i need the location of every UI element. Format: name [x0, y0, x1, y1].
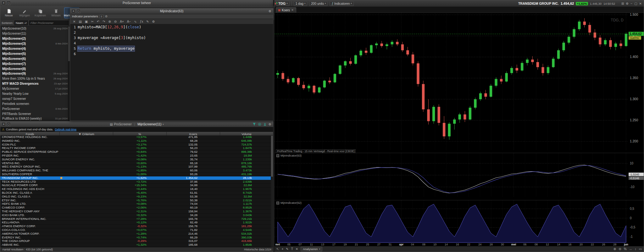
table-row[interactable]: WILLIAMS COMPANIES INC. THE+1,85%60,063.…	[0, 169, 273, 173]
checkbox-icon[interactable]	[276, 202, 279, 204]
table-row[interactable]: ICICI BANK LTD.+0,32%34,283.043k	[0, 214, 273, 217]
screener-item[interactable]: MTF MACD Divergences23-apr-2024	[0, 81, 70, 86]
tab-koers[interactable]: Koers ✕	[276, 7, 296, 13]
filter-input[interactable]	[29, 20, 69, 25]
table-row[interactable]: HDFC BANK LTD.+0,08%74,041.117k	[0, 202, 273, 206]
download-icon[interactable]	[263, 123, 267, 126]
grid-layout-icon[interactable]: ⊞	[621, 2, 624, 5]
realtime-link[interactable]: Gebruik real-time	[55, 128, 76, 131]
table-row[interactable]: ICON PLC+3,17%132,05724,57k	[0, 143, 273, 147]
minimize-icon[interactable]: −	[630, 2, 632, 5]
table-row[interactable]: EVERGY INC.+0,74%66,29390,03k	[0, 236, 273, 240]
table-row[interactable]: CROWDSTRIKE HOLDINGS INC.+3,57%471,851.4…	[0, 135, 273, 139]
table-row[interactable]: BLOCK INC. CLASS A+5,40%61,918.742k	[0, 191, 273, 195]
restore-icon[interactable]: ▢	[7, 122, 11, 126]
table-row[interactable]: INSMED INC.+1,11%68,28646,08k	[0, 139, 273, 143]
table-row[interactable]: PFIZER INC.+1,42%23,6518,5M	[0, 154, 273, 158]
font-decrease-icon[interactable]: A−	[125, 20, 133, 23]
target-icon[interactable]	[258, 123, 261, 126]
table-row[interactable]: VENTAS INC.+0,60%65,18878,16k	[0, 162, 273, 165]
maximize-icon[interactable]: ▢	[634, 2, 637, 5]
indicator2-chart[interactable]: 0,50-0,5-1	[275, 200, 644, 243]
screener-item[interactable]: MijnScreener(3)8-feb-2024	[0, 41, 70, 46]
table-row[interactable]: CAMECO CORP.+2,06%60,198.852k	[0, 206, 273, 210]
fullscreen-icon[interactable]: ▭	[639, 247, 642, 251]
save-icon[interactable]: ▤	[77, 20, 83, 23]
vertical-zoom-icon[interactable]: ↕	[635, 247, 636, 251]
screener-item[interactable]: MijnScreener(4)	[0, 46, 70, 51]
zoom-out-icon[interactable]: ⊖	[619, 247, 621, 251]
indicator1-chart[interactable]: 10-10-1,0240-0,5146	[275, 153, 644, 197]
table-row[interactable]: PUBLIC SERVICE ENTERPRISE GROUP+0,84%79,…	[0, 150, 273, 154]
table-row[interactable]: NUSCALE POWER CORP.+15,34%34,8822,6M	[0, 184, 273, 187]
table-row[interactable]: BRINKER INTERNATIONAL INC.+7,28%165,7872…	[0, 217, 273, 221]
crosshair-icon[interactable]: +	[281, 247, 283, 251]
timeframe-selector[interactable]: 1 dag ▾	[294, 1, 308, 6]
code-area[interactable]: 1myhisto=MACD[12,26,9](close)23myaverage…	[70, 24, 273, 121]
function-icon[interactable]: ƒx	[138, 20, 145, 23]
close-icon[interactable]: ✕	[71, 20, 77, 23]
price-chart[interactable]: 1.5001.4501.4001.3501.3001.2501.2001.454…	[275, 12, 644, 151]
indicator2-label[interactable]: MijnIndicator(62)	[276, 201, 302, 204]
table-scrollbar[interactable]	[271, 135, 273, 247]
screener-item[interactable]: MijnScreener(5)	[0, 51, 70, 56]
table-row[interactable]: KELLANOVA+0,12%82,491.922k	[0, 221, 273, 225]
font-increase-icon[interactable]: A+	[118, 20, 125, 23]
screener-item[interactable]: PRTBands Screener	[0, 111, 70, 116]
table-row[interactable]: AMERICAN TOWER CORP.+1,28%214,46534,02k	[0, 232, 273, 236]
toolbar-button-trash[interactable]: Wissen	[48, 8, 64, 18]
cursor-icon[interactable]: ↖	[276, 247, 279, 251]
screener-item[interactable]: Nearby Yearly Low5-aug-2024	[0, 91, 70, 96]
table-row[interactable]: ATMOS ENERGY CORP.-0,32%156,78181,25k	[0, 225, 273, 228]
table-row[interactable]: THE CIGNA GROUP-0,29%315,07415,65k	[0, 239, 273, 243]
code-line[interactable]: 1myhisto=MACD[12,26,9](close)	[70, 25, 273, 30]
screener-item[interactable]: PreScreener8-feb-2024	[0, 106, 70, 111]
delete-icon[interactable]: ✕	[296, 247, 298, 251]
editor-titlebar[interactable]: ✕ ▢ MijnIndicator(63) ⚙	[70, 9, 273, 14]
close-icon[interactable]: ✕	[2, 1, 6, 5]
toolbar-button-copy[interactable]: Kopiëren	[33, 8, 48, 18]
toolbar-button-pencil[interactable]: Wijzigen	[17, 8, 32, 18]
table-row[interactable]: KE HOLDINGS INC ADS EACH+0,44%18,401.967…	[0, 187, 273, 191]
redo-icon[interactable]: ↷	[101, 20, 107, 23]
indicators-button[interactable]: ƒ Indicatoren ▾	[330, 1, 354, 6]
screener-item[interactable]: MijnScreener(9)28-aug-2024	[0, 71, 70, 76]
symbol-selector[interactable]: TDG ▾	[276, 1, 290, 6]
manager-titlebar[interactable]: ✕ ▢ ProScreener beheer	[0, 0, 273, 6]
code-line[interactable]: 3myaverage =Average[3](myhisto)	[70, 35, 273, 41]
tab-proscreener[interactable]: ▤ ProScreener	[110, 123, 132, 126]
restore-icon[interactable]: ▢	[76, 9, 80, 13]
scrollbar-thumb[interactable]	[271, 136, 273, 177]
checkbox-icon[interactable]	[276, 154, 279, 157]
table-row[interactable]: WEC ENERGY GROUP INC.+1,13%107,99485,76k	[0, 165, 273, 169]
screener-item[interactable]: MijnScreener(8)	[0, 66, 70, 71]
screener-item[interactable]: MijnScreener(10)28-aug-2024	[0, 26, 70, 31]
cut-icon[interactable]: ✂	[89, 20, 95, 23]
text-icon[interactable]: T	[291, 247, 293, 251]
indicator1-label[interactable]: MijnIndicator(63)	[276, 154, 302, 157]
screener-item[interactable]: Periodiek screenen	[0, 101, 70, 106]
table-row[interactable]: ABBVIE INC.+1,32%185,681.854k	[0, 243, 273, 247]
code-line[interactable]: 4	[70, 41, 273, 46]
close-icon[interactable]: ✕	[291, 9, 294, 12]
screener-item[interactable]: MijnScreener(6)	[0, 56, 70, 61]
filter-icon[interactable]	[253, 123, 256, 126]
zoom-in-icon[interactable]: ⊕	[613, 247, 616, 251]
table-row[interactable]: TECK RESOURCES LTD+3,72%37,962.639k	[0, 180, 273, 184]
tools-icon[interactable]: ⚙	[105, 15, 108, 18]
table-row[interactable]: SOUTHERN COPPER+1,00%93,26431,19k	[0, 173, 273, 176]
percent-scale-icon[interactable]: %	[624, 247, 627, 251]
screener-item[interactable]: MyScreener17-jul-2024	[0, 86, 70, 91]
table-row[interactable]: THE HERSHEY COMP ANY+2,31%158,941.367k	[0, 210, 273, 214]
undo-icon[interactable]: ↶	[95, 20, 101, 23]
zoom-in-icon[interactable]: ⊕	[107, 20, 112, 23]
results-titlebar[interactable]: ✕ ▢ ▤ ProScreener | MijnScreener(11) ▾ ⚙	[0, 122, 273, 127]
sort-select[interactable]: Naam ▴▾	[14, 20, 28, 25]
close-icon[interactable]: ✕	[2, 122, 6, 126]
screener-item[interactable]: osnxp7 Screener	[0, 96, 70, 101]
units-selector[interactable]: 200 units ▾	[309, 1, 328, 6]
screener-item[interactable]: MijnScreener(2)	[0, 36, 70, 41]
table-row[interactable]: OKLO INC. CLASS A+9,23%53,3832,5M	[0, 195, 273, 199]
settings-icon[interactable]: ⚙	[151, 20, 157, 23]
screener-item[interactable]: MijnScreener(7)	[0, 61, 70, 66]
